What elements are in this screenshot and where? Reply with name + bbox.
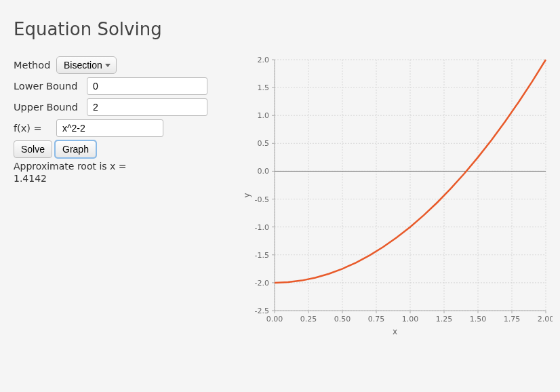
graph-button[interactable]: Graph <box>55 140 96 158</box>
upper-bound-input[interactable] <box>87 98 207 116</box>
chart: 0.000.250.500.751.001.251.501.752.00-2.5… <box>237 53 553 338</box>
upper-bound-label: Upper Bound <box>14 102 81 113</box>
svg-text:-0.5: -0.5 <box>255 195 269 204</box>
svg-text:1.00: 1.00 <box>402 315 419 324</box>
controls-panel: Method Bisection Lower Bound Upper Bound… <box>14 53 217 184</box>
method-label: Method <box>14 60 51 71</box>
svg-text:0.00: 0.00 <box>266 315 283 324</box>
svg-text:1.75: 1.75 <box>504 315 521 324</box>
svg-text:0.75: 0.75 <box>368 315 385 324</box>
svg-text:2.0: 2.0 <box>258 56 270 64</box>
svg-text:-1.0: -1.0 <box>255 223 269 232</box>
svg-text:-2.5: -2.5 <box>255 307 269 315</box>
svg-text:2.00: 2.00 <box>538 315 553 324</box>
svg-text:1.50: 1.50 <box>470 315 487 324</box>
svg-text:1.0: 1.0 <box>258 111 270 120</box>
result-text: Approximate root is x = 1.4142 <box>14 161 149 184</box>
fx-input[interactable] <box>56 119 163 137</box>
page-title: Equation Solving <box>14 19 546 39</box>
svg-text:-1.5: -1.5 <box>255 251 269 260</box>
svg-text:1.25: 1.25 <box>436 315 453 324</box>
solve-button[interactable]: Solve <box>14 140 52 158</box>
svg-text:0.25: 0.25 <box>300 315 317 324</box>
x-axis-label: x <box>393 327 397 336</box>
svg-text:0.5: 0.5 <box>258 139 270 148</box>
lower-bound-input[interactable] <box>87 77 207 95</box>
fx-label: f(x) = <box>14 123 51 134</box>
svg-text:-2.0: -2.0 <box>255 279 269 288</box>
y-axis-label: y <box>242 193 252 197</box>
svg-text:0.50: 0.50 <box>334 315 351 324</box>
method-select[interactable]: Bisection <box>56 56 117 74</box>
lower-bound-label: Lower Bound <box>14 81 81 92</box>
svg-text:1.5: 1.5 <box>258 83 270 92</box>
svg-text:0.0: 0.0 <box>258 167 270 176</box>
